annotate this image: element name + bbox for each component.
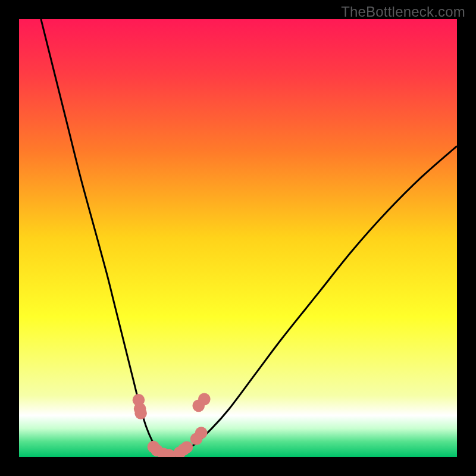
- data-marker: [134, 407, 147, 419]
- chart-frame: TheBottleneck.com: [0, 0, 476, 476]
- data-marker: [198, 393, 211, 406]
- chart-svg: [0, 0, 476, 476]
- watermark-text: TheBottleneck.com: [341, 4, 465, 20]
- data-marker: [181, 441, 193, 454]
- data-marker: [195, 427, 208, 439]
- plot-area: [0, 0, 476, 476]
- gradient-background: [19, 19, 457, 457]
